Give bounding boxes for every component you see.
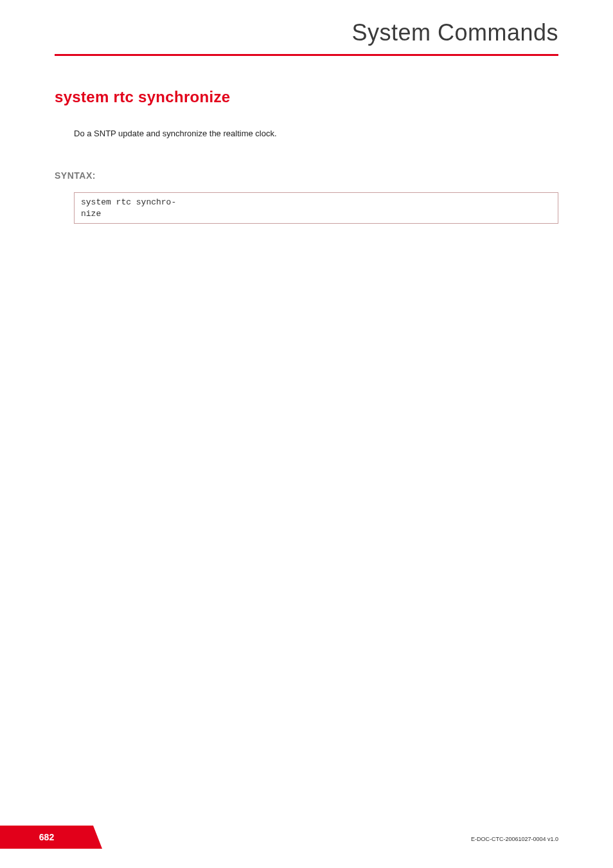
command-title: system rtc synchronize (55, 88, 558, 106)
page-tab: 682 (0, 826, 93, 849)
syntax-code: system rtc synchro- nize (81, 197, 184, 219)
content-area: system rtc synchronize Do a SNTP update … (0, 56, 613, 224)
chapter-title: System Commands (0, 0, 613, 54)
footer: 682 E-DOC-CTC-20061027-0004 v1.0 (0, 826, 613, 849)
syntax-box: system rtc synchro- nize (74, 192, 558, 224)
syntax-label: SYNTAX: (55, 170, 558, 181)
page-number: 682 (39, 832, 54, 842)
doc-id: E-DOC-CTC-20061027-0004 v1.0 (471, 836, 558, 842)
command-description: Do a SNTP update and synchronize the rea… (74, 129, 558, 138)
